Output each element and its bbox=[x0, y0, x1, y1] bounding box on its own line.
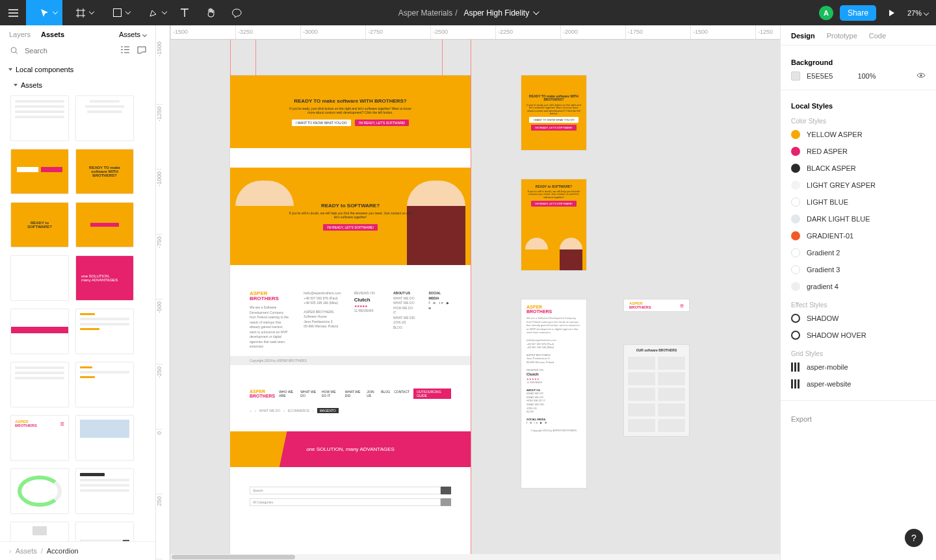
asset-thumbnail[interactable] bbox=[75, 309, 134, 354]
tab-assets[interactable]: Assets bbox=[41, 31, 64, 38]
grid-style-row[interactable]: asper-website bbox=[791, 375, 926, 392]
asset-thumbnail[interactable] bbox=[75, 522, 134, 541]
avatar[interactable]: A bbox=[819, 6, 833, 20]
footer-link[interactable]: HOW WE DO IT bbox=[393, 306, 416, 316]
asset-thumbnail[interactable] bbox=[75, 468, 134, 514]
footer-link[interactable]: WHAT WE DO bbox=[393, 296, 416, 301]
color-style-row[interactable]: Gradient 2 bbox=[791, 244, 926, 261]
footer-link[interactable]: JOIN US bbox=[393, 320, 416, 325]
library-icon[interactable] bbox=[137, 46, 146, 55]
mcta1-b1[interactable]: I WANT TO KNOW WHAT YOU DO bbox=[529, 117, 578, 123]
local-components-header[interactable]: Local components bbox=[0, 62, 155, 77]
export-section[interactable]: Export bbox=[791, 409, 926, 424]
frame-desktop[interactable]: READY TO make software WITH BROTHERS? If… bbox=[230, 75, 471, 556]
shape-tool[interactable] bbox=[99, 0, 135, 25]
asset-thumbnail[interactable] bbox=[10, 468, 69, 514]
nav-cta[interactable]: OUTSOURCING GUIDE bbox=[413, 388, 451, 399]
color-style-row[interactable]: gradient 4 bbox=[791, 278, 926, 295]
hand-tool[interactable] bbox=[198, 0, 224, 25]
pen-tool[interactable] bbox=[135, 0, 172, 25]
color-style-row[interactable]: LIGHT BLUE bbox=[791, 194, 926, 210]
assets-subheader[interactable]: Assets bbox=[0, 77, 155, 93]
cta1-btn-right[interactable]: I'M READY, LET'S SOFTWARE! bbox=[355, 120, 410, 126]
nav-item[interactable]: WHO WE ARE bbox=[279, 390, 296, 398]
mcta2-btn[interactable]: I'M READY, LET'S SOFTWARE! bbox=[531, 201, 576, 207]
canvas[interactable]: -1500-1250-1000-750-500-2500250500750100… bbox=[156, 25, 780, 560]
footer-link[interactable]: WHAT WE DID bbox=[393, 316, 416, 321]
asset-thumbnail[interactable]: ASPERBROTHERS≡ bbox=[10, 415, 69, 461]
color-style-row[interactable]: DARK LIGHT BLUE bbox=[791, 210, 926, 227]
bg-hex[interactable]: E5E5E5 bbox=[807, 72, 833, 80]
color-style-row[interactable]: LIGHT GREY ASPER bbox=[791, 177, 926, 194]
asset-thumbnail[interactable] bbox=[10, 95, 69, 141]
tab-code[interactable]: Code bbox=[869, 32, 886, 40]
present-button[interactable] bbox=[883, 0, 901, 25]
asset-thumbnail[interactable] bbox=[75, 95, 134, 141]
menu-icon[interactable] bbox=[0, 0, 26, 25]
grid-style-row[interactable]: asper-mobile bbox=[791, 359, 926, 375]
assets-search-input[interactable] bbox=[25, 47, 116, 55]
mcta1-b2[interactable]: I'M READY, LET'S SOFTWARE! bbox=[531, 125, 576, 131]
asset-thumbnail[interactable]: READY toSOFTWARE? bbox=[10, 202, 69, 248]
tab-layers[interactable]: Layers bbox=[9, 31, 31, 38]
asset-thumbnail[interactable] bbox=[10, 309, 69, 354]
tab-prototype[interactable]: Prototype bbox=[827, 32, 857, 40]
nav-item[interactable]: BLOG bbox=[381, 390, 390, 398]
frame-tool[interactable] bbox=[62, 0, 99, 25]
nav-item[interactable]: CONTACT bbox=[394, 390, 410, 398]
canvas-surface[interactable]: READY TO make software WITH BROTHERS? If… bbox=[170, 40, 780, 560]
frame-our-brothers[interactable]: OUR software BROTHERS bbox=[624, 345, 689, 436]
zoom-level[interactable]: 27% bbox=[907, 9, 928, 17]
asset-thumbnail[interactable] bbox=[10, 149, 69, 194]
asset-thumbnail[interactable] bbox=[10, 255, 69, 301]
cta2-btn[interactable]: I'M READY, LET'S SOFTWARE! bbox=[323, 224, 378, 231]
nav-item[interactable]: JOIN US bbox=[367, 390, 377, 398]
category-select[interactable]: All Categories bbox=[250, 498, 441, 506]
asset-thumbnail[interactable] bbox=[10, 362, 69, 407]
footer-link[interactable]: BLOG bbox=[393, 325, 416, 331]
asset-thumbnail[interactable] bbox=[75, 362, 134, 407]
frame-mobile-cta1[interactable]: READY TO make software WITH BROTHERS? If… bbox=[521, 75, 586, 150]
visibility-toggle-icon[interactable] bbox=[916, 72, 926, 80]
help-button[interactable]: ? bbox=[905, 529, 923, 547]
assets-breadcrumb[interactable]: › Assets / Accordion bbox=[0, 541, 155, 560]
search-field[interactable]: Search bbox=[250, 487, 441, 494]
nav-item[interactable]: HOW WE DO IT bbox=[322, 390, 341, 398]
color-style-row[interactable]: BLACK ASPER bbox=[791, 160, 926, 177]
move-tool[interactable] bbox=[26, 0, 62, 25]
bg-swatch[interactable] bbox=[791, 71, 800, 81]
nav-item[interactable]: WHAT WE DO bbox=[300, 390, 318, 398]
frame-mobile-cta2[interactable]: READY to SOFTWARE? If you're still in do… bbox=[521, 179, 586, 270]
color-style-row[interactable]: GRADIENT-01 bbox=[791, 227, 926, 244]
footer-link[interactable]: WHAT WE DO bbox=[393, 301, 416, 306]
asset-thumbnail[interactable] bbox=[75, 202, 134, 248]
effect-style-row[interactable]: SHADOW HOVER bbox=[791, 327, 926, 344]
horizontal-scrollbar[interactable] bbox=[170, 554, 780, 560]
tab-design[interactable]: Design bbox=[791, 32, 815, 40]
assets-page-dropdown[interactable]: Assets bbox=[119, 31, 146, 38]
frame-mobile-footer[interactable]: ASPERBROTHERS We are a Software Developm… bbox=[521, 299, 586, 488]
hamburger-icon[interactable]: ≡ bbox=[680, 302, 684, 309]
scrollbar-thumb[interactable] bbox=[172, 555, 295, 559]
asset-thumbnail[interactable] bbox=[75, 415, 134, 461]
list-view-icon[interactable] bbox=[121, 46, 129, 55]
footer-link[interactable]: BLOG bbox=[526, 410, 581, 414]
color-style-row[interactable]: Gradient 3 bbox=[791, 261, 926, 278]
chevron-down-icon[interactable] bbox=[533, 8, 540, 15]
bg-opacity[interactable]: 100% bbox=[857, 72, 876, 80]
project-name[interactable]: Asper Materials bbox=[398, 8, 452, 18]
file-name[interactable]: Asper High Fidelity bbox=[464, 8, 530, 18]
asset-thumbnail[interactable] bbox=[10, 522, 69, 541]
asset-thumbnail[interactable]: READY TO makesoftware WITHBROTHERS? bbox=[75, 149, 134, 194]
asset-thumbnail[interactable]: one SOLUTION,many ADVANTAGES bbox=[75, 255, 134, 301]
nav-item[interactable]: WHAT WE DID bbox=[345, 390, 363, 398]
effect-style-row[interactable]: SHADOW bbox=[791, 310, 926, 327]
text-tool[interactable] bbox=[172, 0, 198, 25]
share-button[interactable]: Share bbox=[840, 5, 876, 21]
color-style-row[interactable]: RED ASPER bbox=[791, 143, 926, 160]
comment-tool[interactable] bbox=[224, 0, 250, 25]
frame-mobile-nav[interactable]: ASPERBROTHERS ≡ bbox=[624, 299, 689, 311]
chevron-down-icon bbox=[125, 9, 131, 14]
color-style-row[interactable]: YELLOW ASPER bbox=[791, 126, 926, 143]
cta1-btn-left[interactable]: I WANT TO KNOW WHAT YOU DO bbox=[292, 120, 351, 126]
